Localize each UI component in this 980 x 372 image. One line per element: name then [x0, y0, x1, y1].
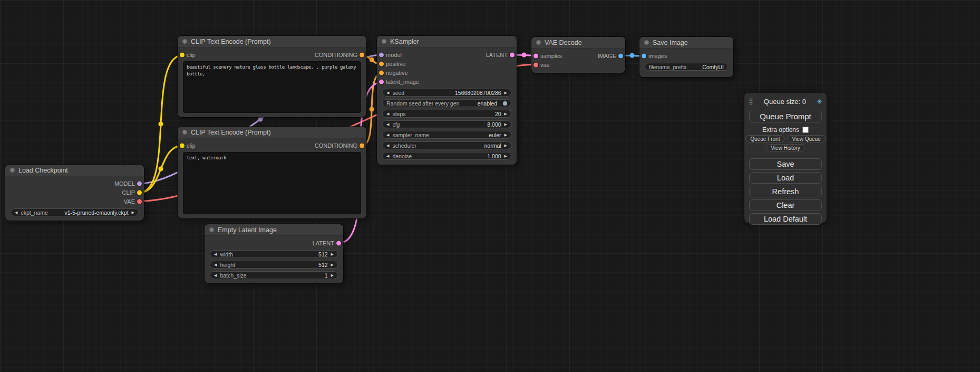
- input-label: positive: [386, 61, 405, 67]
- node-collapse-dot[interactable]: [182, 130, 187, 135]
- input-slot-vae-dot[interactable]: [533, 62, 538, 67]
- prompt-textarea-positive[interactable]: beautiful scenery nature glass bottle la…: [183, 61, 361, 113]
- decrement-arrow-icon[interactable]: ◀: [15, 211, 17, 214]
- output-slot-latent-dot[interactable]: [336, 241, 341, 245]
- prompt-textarea-negative[interactable]: text, watermark: [183, 152, 361, 214]
- output-slot-clip-dot[interactable]: [137, 190, 142, 195]
- slot-row: samples IMAGE: [531, 51, 625, 60]
- input-slot-clip-dot[interactable]: [180, 52, 185, 57]
- increment-arrow-icon[interactable]: ▶: [331, 263, 334, 266]
- settings-gear-icon[interactable]: ✳: [817, 98, 822, 105]
- increment-arrow-icon[interactable]: ▶: [504, 91, 507, 94]
- input-slot-negative-dot[interactable]: [379, 70, 384, 75]
- output-slot-image-dot[interactable]: [618, 53, 623, 58]
- increment-arrow-icon[interactable]: ▶: [504, 154, 507, 158]
- node-titlebar[interactable]: CLIP Text Encode (Prompt): [178, 36, 366, 47]
- decrement-arrow-icon[interactable]: ◀: [214, 273, 217, 277]
- node-titlebar[interactable]: KSampler: [377, 36, 517, 47]
- widget-cfg[interactable]: ◀ cfg 8.000 ▶: [382, 120, 511, 128]
- queue-panel[interactable]: ⣿ Queue size: 0 ✳ Queue Prompt Extra opt…: [744, 93, 827, 223]
- input-slot-positive-dot[interactable]: [379, 61, 384, 66]
- widget-seed[interactable]: ◀ seed 156680208700286 ▶: [382, 89, 511, 97]
- output-label: CLIP: [122, 189, 135, 196]
- refresh-button[interactable]: Refresh: [749, 186, 822, 197]
- node-save-image[interactable]: Save Image images filename_prefix ComfyU…: [639, 37, 733, 77]
- increment-arrow-icon[interactable]: ▶: [504, 144, 507, 147]
- output-slot-vae-dot[interactable]: [137, 199, 142, 204]
- increment-arrow-icon[interactable]: ▶: [504, 133, 507, 137]
- node-collapse-dot[interactable]: [536, 40, 541, 45]
- load-default-button[interactable]: Load Default: [749, 213, 822, 225]
- decrement-arrow-icon[interactable]: ◀: [386, 122, 389, 126]
- output-slot-model-dot[interactable]: [137, 181, 142, 186]
- output-label: MODEL: [114, 180, 135, 187]
- decrement-arrow-icon[interactable]: ◀: [386, 133, 389, 137]
- input-label: clip: [187, 52, 196, 58]
- widget-steps[interactable]: ◀ steps 20 ▶: [382, 110, 511, 118]
- node-title: CLIP Text Encode (Prompt): [191, 129, 271, 136]
- increment-arrow-icon[interactable]: ▶: [132, 211, 134, 214]
- view-history-button[interactable]: View History: [766, 144, 804, 151]
- view-queue-button[interactable]: View Queue: [787, 135, 825, 142]
- node-graph-canvas[interactable]: Load Checkpoint MODEL CLIP VAE ◀ ckpt_na…: [0, 0, 980, 372]
- output-slot-latent-dot[interactable]: [510, 52, 515, 57]
- output-slot-conditioning-dot[interactable]: [360, 52, 364, 57]
- slot-row: latent_image: [377, 77, 517, 86]
- input-slot-clip-dot[interactable]: [180, 143, 185, 148]
- node-collapse-dot[interactable]: [182, 39, 187, 44]
- widget-width[interactable]: ◀ width 512 ▶: [210, 250, 338, 258]
- input-slot-images-dot[interactable]: [642, 53, 646, 58]
- node-titlebar[interactable]: VAE Decode: [531, 37, 625, 49]
- node-collapse-dot[interactable]: [209, 227, 214, 232]
- clear-button[interactable]: Clear: [749, 199, 822, 211]
- node-title: VAE Decode: [545, 39, 582, 46]
- link-midpoint-dot-image: [630, 53, 635, 58]
- link-midpoint-dot-cond-positive: [370, 58, 374, 62]
- node-clip-text-encode-positive[interactable]: CLIP Text Encode (Prompt) clip CONDITION…: [178, 36, 366, 117]
- node-collapse-dot[interactable]: [382, 39, 386, 44]
- widget-denoise[interactable]: ◀ denoise 1.000 ▶: [382, 152, 511, 160]
- input-slot-model-dot[interactable]: [379, 52, 384, 57]
- widget-random-seed-toggle[interactable]: Random seed after every gen enabled: [382, 99, 511, 107]
- queue-prompt-button[interactable]: Queue Prompt: [749, 110, 822, 122]
- link-wire-clip-to-negative: [139, 146, 182, 193]
- node-collapse-dot[interactable]: [10, 168, 15, 173]
- output-slot-conditioning-dot[interactable]: [360, 143, 364, 148]
- slot-row: positive: [377, 59, 517, 68]
- node-vae-decode[interactable]: VAE Decode samples IMAGE vae: [531, 37, 625, 73]
- widget-batch-size[interactable]: ◀ batch_size 1 ▶: [210, 271, 338, 279]
- decrement-arrow-icon[interactable]: ◀: [386, 91, 389, 94]
- input-label: latent_image: [386, 79, 419, 85]
- node-titlebar[interactable]: Empty Latent Image: [205, 224, 343, 236]
- queue-size-label: Queue size: 0: [756, 98, 814, 106]
- decrement-arrow-icon[interactable]: ◀: [386, 112, 389, 116]
- widget-height[interactable]: ◀ height 512 ▶: [210, 261, 338, 269]
- node-ksampler[interactable]: KSampler model LATENT positive negative …: [377, 36, 517, 165]
- drag-handle-icon[interactable]: ⣿: [749, 98, 753, 104]
- node-clip-text-encode-negative[interactable]: CLIP Text Encode (Prompt) clip CONDITION…: [178, 127, 366, 218]
- widget-ckpt-name[interactable]: ◀ ckpt_name v1-5-pruned-emaonly.ckpt ▶: [11, 208, 139, 216]
- increment-arrow-icon[interactable]: ▶: [331, 273, 334, 277]
- widget-filename-prefix[interactable]: filename_prefix ComfyUI: [645, 63, 728, 71]
- decrement-arrow-icon[interactable]: ◀: [386, 154, 389, 158]
- node-empty-latent-image[interactable]: Empty Latent Image LATENT ◀ width 512 ▶ …: [205, 224, 343, 283]
- decrement-arrow-icon[interactable]: ◀: [214, 252, 217, 256]
- decrement-arrow-icon[interactable]: ◀: [214, 263, 217, 266]
- increment-arrow-icon[interactable]: ▶: [504, 112, 507, 116]
- increment-arrow-icon[interactable]: ▶: [504, 122, 507, 126]
- input-slot-latent-image-dot[interactable]: [379, 79, 384, 84]
- input-slot-samples-dot[interactable]: [533, 53, 538, 58]
- queue-front-button[interactable]: Queue Front: [745, 135, 784, 142]
- decrement-arrow-icon[interactable]: ◀: [386, 144, 389, 147]
- widget-scheduler[interactable]: ◀ scheduler normal ▶: [382, 141, 511, 149]
- node-titlebar[interactable]: Load Checkpoint: [5, 165, 144, 176]
- node-titlebar[interactable]: Save Image: [639, 37, 733, 49]
- node-load-checkpoint[interactable]: Load Checkpoint MODEL CLIP VAE ◀ ckpt_na…: [5, 165, 144, 221]
- node-titlebar[interactable]: CLIP Text Encode (Prompt): [178, 127, 366, 138]
- load-button[interactable]: Load: [749, 172, 822, 184]
- extra-options-checkbox[interactable]: [802, 127, 809, 133]
- node-collapse-dot[interactable]: [644, 40, 649, 45]
- save-button[interactable]: Save: [749, 158, 822, 170]
- increment-arrow-icon[interactable]: ▶: [331, 252, 334, 256]
- widget-sampler-name[interactable]: ◀ sampler_name euler ▶: [382, 131, 511, 139]
